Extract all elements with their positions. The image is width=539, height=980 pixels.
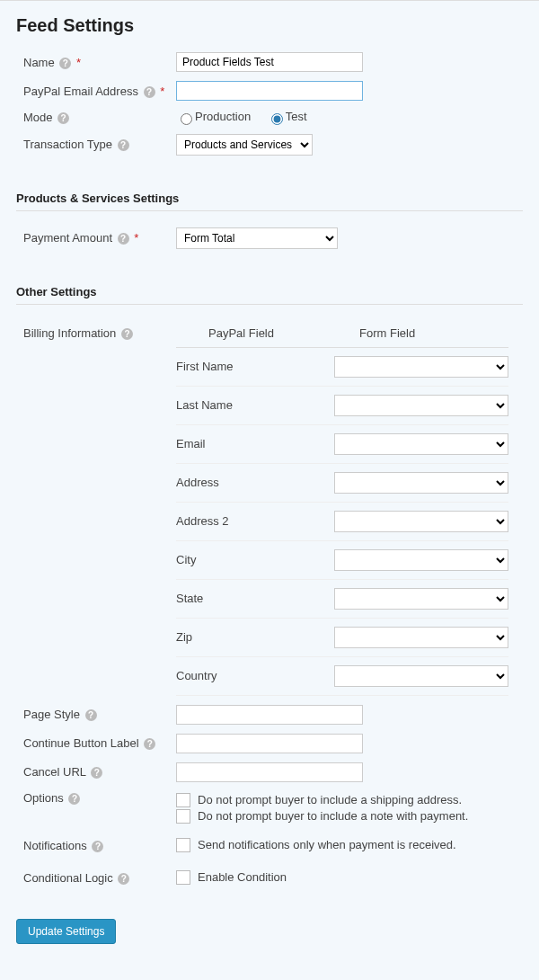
help-icon[interactable]: ? <box>118 233 129 245</box>
billing-row: City <box>176 541 508 580</box>
transaction-type-label: Transaction Type <box>23 138 112 151</box>
billing-field-label: City <box>176 553 334 566</box>
enable-condition-checkbox[interactable] <box>176 870 190 885</box>
continue-button-label-input[interactable] <box>176 734 363 753</box>
page-style-input[interactable] <box>176 705 363 725</box>
paypal-email-input[interactable] <box>176 81 363 101</box>
products-section-header: Products & Services Settings <box>16 192 523 211</box>
no-shipping-text: Do not prompt buyer to include a shippin… <box>198 793 462 806</box>
paypal-email-label: PayPal Email Address <box>23 85 138 98</box>
help-icon[interactable]: ? <box>91 767 102 779</box>
billing-field-select[interactable] <box>334 472 508 494</box>
billing-field-label: Email <box>176 437 334 450</box>
billing-field-select[interactable] <box>334 588 508 610</box>
billing-field-label: Address 2 <box>176 514 334 528</box>
billing-row: Email <box>176 425 508 464</box>
other-section-header: Other Settings <box>16 285 523 305</box>
billing-field-select[interactable] <box>334 549 508 571</box>
notifications-checkbox[interactable] <box>176 838 190 852</box>
help-icon[interactable]: ? <box>118 139 129 151</box>
help-icon[interactable]: ? <box>121 328 133 340</box>
billing-field-label: Country <box>176 669 334 682</box>
billing-row: Last Name <box>176 387 508 425</box>
no-note-checkbox[interactable] <box>176 809 190 824</box>
billing-field-select[interactable] <box>334 395 508 416</box>
help-icon[interactable]: ? <box>57 112 69 124</box>
billing-row: State <box>176 580 508 619</box>
payment-amount-label: Payment Amount <box>23 231 112 245</box>
conditional-logic-label: Conditional Logic <box>23 871 113 885</box>
cancel-url-label: Cancel URL <box>23 765 86 779</box>
billing-row: Country <box>176 657 508 696</box>
name-label: Name <box>23 56 55 69</box>
billing-col-form: Form Field <box>334 326 508 340</box>
no-shipping-checkbox[interactable] <box>176 793 190 807</box>
billing-row: First Name <box>176 348 508 387</box>
cancel-url-input[interactable] <box>176 762 363 782</box>
billing-col-paypal: PayPal Field <box>176 326 334 340</box>
help-icon[interactable]: ? <box>144 86 155 98</box>
enable-condition-text: Enable Condition <box>198 870 287 884</box>
billing-field-label: First Name <box>176 360 334 373</box>
notifications-label: Notifications <box>23 839 87 852</box>
required-mark: * <box>134 231 138 245</box>
required-mark: * <box>76 56 81 69</box>
update-settings-button[interactable]: Update Settings <box>16 919 116 944</box>
billing-table: PayPal Field Form Field First NameLast N… <box>176 321 508 696</box>
help-icon[interactable]: ? <box>92 841 103 852</box>
help-icon[interactable]: ? <box>68 793 80 805</box>
billing-row: Address 2 <box>176 503 508 541</box>
name-input[interactable] <box>176 52 363 72</box>
page-style-label: Page Style <box>23 708 80 721</box>
billing-field-label: State <box>176 592 334 605</box>
page-title: Feed Settings <box>16 15 523 36</box>
billing-row: Zip <box>176 619 508 657</box>
help-icon[interactable]: ? <box>144 738 155 750</box>
billing-field-label: Zip <box>176 630 334 644</box>
mode-test-radio[interactable] <box>271 113 283 125</box>
mode-label: Mode <box>23 111 53 124</box>
billing-field-select[interactable] <box>334 665 508 687</box>
help-icon[interactable]: ? <box>118 873 129 885</box>
no-note-text: Do not prompt buyer to include a note wi… <box>198 809 468 823</box>
help-icon[interactable]: ? <box>59 58 71 69</box>
billing-label: Billing Information <box>23 326 116 340</box>
billing-field-label: Last Name <box>176 398 334 412</box>
billing-field-select[interactable] <box>334 627 508 648</box>
help-icon[interactable]: ? <box>85 709 97 721</box>
options-label: Options <box>23 791 64 805</box>
transaction-type-select[interactable]: Products and Services <box>176 134 313 156</box>
billing-field-select[interactable] <box>334 433 508 455</box>
billing-field-select[interactable] <box>334 356 508 378</box>
billing-row: Address <box>176 464 508 503</box>
required-mark: * <box>160 85 164 98</box>
mode-production-radio[interactable] <box>181 113 192 125</box>
billing-field-select[interactable] <box>334 511 508 532</box>
notifications-text: Send notifications only when payment is … <box>198 838 456 851</box>
payment-amount-select[interactable]: Form Total <box>176 227 338 249</box>
billing-field-label: Address <box>176 476 334 489</box>
continue-button-label-label: Continue Button Label <box>23 736 139 750</box>
